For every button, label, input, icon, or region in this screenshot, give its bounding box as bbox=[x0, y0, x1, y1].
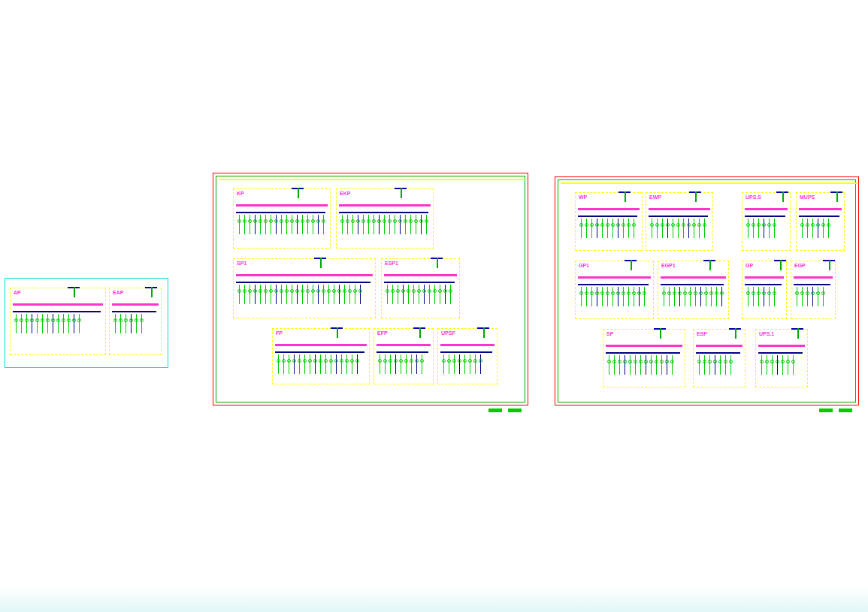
circuits bbox=[236, 285, 364, 304]
busbar bbox=[377, 344, 431, 346]
circuit bbox=[590, 287, 594, 306]
panel-label: EFP bbox=[377, 330, 388, 336]
circuit bbox=[391, 285, 395, 304]
circuit bbox=[420, 354, 424, 374]
panel-mups: MUPS bbox=[796, 192, 845, 251]
sub-busbar bbox=[799, 216, 839, 217]
incomer-icon bbox=[59, 290, 89, 303]
circuit bbox=[821, 219, 825, 238]
circuit bbox=[452, 354, 456, 374]
circuit bbox=[463, 354, 467, 374]
circuit bbox=[611, 287, 615, 306]
circuit bbox=[585, 219, 588, 238]
circuit bbox=[394, 354, 398, 374]
circuit bbox=[767, 287, 771, 306]
circuit bbox=[264, 285, 268, 304]
circuit bbox=[623, 355, 627, 375]
busbar bbox=[13, 303, 103, 306]
busbar bbox=[275, 344, 367, 346]
panel-upsf: UPSF bbox=[437, 328, 498, 384]
circuit bbox=[665, 355, 669, 375]
panel-label: WP bbox=[579, 194, 587, 200]
circuit bbox=[415, 354, 419, 374]
circuit bbox=[627, 219, 631, 238]
circuit bbox=[649, 355, 653, 375]
incomer-icon bbox=[767, 194, 797, 208]
circuit bbox=[703, 219, 706, 238]
circuit bbox=[113, 314, 117, 333]
busbar bbox=[339, 204, 431, 207]
circuit bbox=[361, 215, 365, 234]
circuit bbox=[280, 285, 283, 304]
circuit bbox=[285, 215, 289, 234]
circuit bbox=[827, 219, 830, 238]
circuit bbox=[14, 314, 18, 333]
circuit bbox=[285, 285, 289, 304]
panel-kp: KP bbox=[233, 188, 331, 249]
circuit bbox=[632, 219, 636, 238]
circuit bbox=[396, 285, 400, 304]
circuit bbox=[616, 287, 620, 306]
panel-label: ESP1 bbox=[385, 261, 398, 266]
circuit bbox=[765, 355, 769, 375]
circuit bbox=[248, 285, 252, 304]
circuit bbox=[348, 285, 352, 304]
circuit bbox=[287, 354, 291, 374]
busbar bbox=[606, 345, 682, 347]
circuits bbox=[649, 219, 708, 238]
circuit bbox=[282, 354, 286, 374]
circuit bbox=[237, 285, 241, 304]
sub-busbar bbox=[745, 284, 782, 285]
sheet-2: KPEKPSP1ESP1FPEFPUPSF bbox=[213, 173, 528, 405]
circuit bbox=[301, 285, 304, 304]
circuit bbox=[611, 219, 615, 238]
panel-label: KP bbox=[237, 191, 244, 196]
panel-label: UPSF bbox=[441, 330, 455, 336]
circuit bbox=[704, 287, 708, 306]
circuits bbox=[799, 219, 832, 238]
circuit bbox=[644, 355, 648, 375]
sub-busbar bbox=[377, 351, 428, 353]
circuit bbox=[274, 285, 278, 304]
panel-label: SP bbox=[606, 331, 613, 336]
circuit bbox=[322, 285, 325, 304]
circuit bbox=[409, 215, 413, 234]
panel-label: EGP bbox=[794, 263, 806, 268]
circuit bbox=[306, 285, 310, 304]
circuit bbox=[673, 287, 676, 306]
panel-ap: AP bbox=[10, 288, 106, 355]
circuit bbox=[590, 219, 594, 238]
panel-label: AP bbox=[14, 290, 21, 295]
circuit bbox=[816, 287, 820, 306]
sheet-footer-tags bbox=[819, 409, 852, 412]
circuit bbox=[627, 287, 631, 306]
circuit bbox=[791, 355, 795, 375]
circuit bbox=[811, 287, 815, 306]
circuit bbox=[313, 354, 317, 374]
circuit bbox=[699, 287, 703, 306]
circuit bbox=[386, 285, 389, 304]
panel-label: GP1 bbox=[579, 263, 589, 268]
busbar bbox=[236, 274, 373, 276]
sub-busbar bbox=[578, 216, 637, 217]
sheet-3: WPEWPUPS.SMUPSGP1EGP1GPEGPSPESPUPS.1 bbox=[555, 176, 859, 405]
circuit bbox=[41, 314, 44, 333]
circuit bbox=[311, 215, 315, 234]
circuits bbox=[745, 219, 778, 238]
circuit bbox=[757, 287, 761, 306]
incomer-icon bbox=[609, 194, 640, 208]
circuit bbox=[760, 355, 764, 375]
circuit bbox=[697, 219, 701, 238]
circuit bbox=[274, 215, 278, 234]
circuit bbox=[637, 287, 641, 306]
circuits bbox=[112, 314, 145, 333]
panel-efp: EFP bbox=[374, 328, 434, 384]
circuit bbox=[393, 215, 397, 234]
circuit bbox=[290, 285, 294, 304]
incomer-icon bbox=[468, 330, 498, 344]
circuits bbox=[758, 355, 797, 375]
circuit bbox=[388, 215, 392, 234]
circuit bbox=[243, 285, 246, 304]
circuit bbox=[671, 219, 675, 238]
circuit bbox=[676, 219, 680, 238]
